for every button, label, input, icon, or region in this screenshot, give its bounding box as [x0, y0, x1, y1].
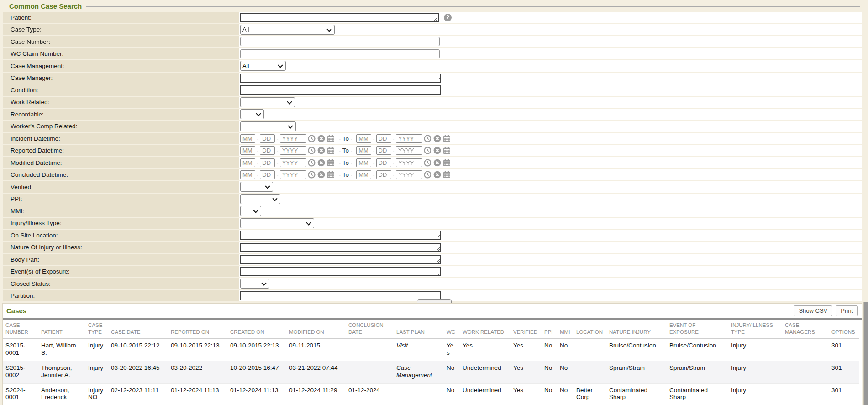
concluded_datetime-to-month-input[interactable]	[356, 170, 371, 179]
cell-ppi: No	[542, 338, 557, 361]
concluded_datetime-to-day-input[interactable]	[376, 170, 391, 179]
cell-work_related: Undetermined	[460, 383, 510, 405]
calendar-icon[interactable]	[327, 147, 335, 154]
clear-icon[interactable]	[433, 159, 441, 167]
recordable-select[interactable]	[240, 109, 264, 119]
ppi-select[interactable]	[240, 194, 280, 204]
help-icon[interactable]: ?	[444, 14, 452, 21]
print-button[interactable]: Print	[836, 305, 858, 316]
case_type-field-area: All	[239, 24, 862, 36]
calendar-icon[interactable]	[327, 171, 335, 179]
clear-icon[interactable]	[317, 171, 325, 179]
body_part-field-area	[239, 254, 862, 265]
concluded_datetime-from-month-input[interactable]	[240, 170, 255, 179]
col-injury_illness_type: INJURY/ILLNESS TYPE	[728, 320, 782, 338]
reported_datetime-to-month-input[interactable]	[356, 146, 371, 155]
modified_datetime-from-month-input[interactable]	[240, 158, 255, 167]
work_related-select[interactable]	[240, 97, 295, 107]
work_related-select-wrap	[240, 97, 295, 107]
clock-icon[interactable]	[424, 159, 431, 167]
cell-ppi: No	[542, 361, 557, 383]
clock-icon[interactable]	[308, 147, 316, 154]
patient-field[interactable]	[240, 13, 439, 22]
clock-icon[interactable]	[308, 171, 316, 179]
cell-case_number: S2024-0001	[3, 383, 38, 405]
reported_datetime-to-year-input[interactable]	[396, 146, 422, 155]
modified_datetime-from-date-group: --	[240, 158, 335, 167]
cell-location	[573, 338, 606, 361]
case_number-field[interactable]	[240, 37, 440, 46]
modified_datetime-from-year-input[interactable]	[280, 158, 306, 167]
verified-select[interactable]	[240, 182, 273, 192]
calendar-icon[interactable]	[443, 147, 451, 154]
calendar-icon[interactable]	[443, 135, 451, 142]
closed_status-select[interactable]	[240, 279, 269, 289]
incident_datetime-to-year-input[interactable]	[396, 134, 422, 143]
clock-icon[interactable]	[308, 135, 316, 142]
reported_datetime-from-day-input[interactable]	[260, 146, 275, 155]
nature_of_injury-field[interactable]	[240, 243, 441, 252]
case_type-select[interactable]: All	[240, 25, 335, 35]
cell-case_date: 09-10-2015 22:12	[108, 338, 168, 361]
clear-icon[interactable]	[317, 135, 325, 142]
modified_datetime-to-year-input[interactable]	[396, 158, 422, 167]
modified_datetime-from-day-input[interactable]	[260, 158, 275, 167]
workers_comp_related-select[interactable]	[240, 121, 296, 131]
modified_datetime-to-month-input[interactable]	[356, 158, 371, 167]
incident_datetime-to-month-input[interactable]	[356, 134, 371, 143]
calendar-icon[interactable]	[327, 135, 335, 142]
cell-mmi: No	[557, 383, 573, 405]
calendar-icon[interactable]	[443, 159, 451, 167]
nature_of_injury-field-area	[239, 242, 862, 253]
concluded_datetime-from-day-input[interactable]	[260, 170, 275, 179]
calendar-icon[interactable]	[443, 171, 451, 179]
date-separator: -	[257, 135, 258, 142]
events_of_exposure-field[interactable]	[240, 267, 441, 276]
date-separator: -	[373, 171, 374, 178]
calendar-icon[interactable]	[327, 159, 335, 167]
clock-icon[interactable]	[424, 147, 431, 154]
cell-ppi: No	[542, 383, 557, 405]
cell-work_related: Yes	[460, 338, 510, 361]
workers_comp_related-label: Worker's Comp Related:	[3, 121, 239, 132]
incident_datetime-from-day-input[interactable]	[260, 134, 275, 143]
reported_datetime-from-year-input[interactable]	[280, 146, 306, 155]
cell-event_of_exposure: Sprain/Strain	[667, 361, 728, 383]
cell-injury_illness_type: Injury	[728, 361, 782, 383]
concluded_datetime-to-year-input[interactable]	[396, 170, 422, 179]
wc_claim_number-field[interactable]	[240, 49, 440, 58]
modified_datetime-to-day-input[interactable]	[376, 158, 391, 167]
concluded_datetime-from-year-input[interactable]	[280, 170, 306, 179]
clear-icon[interactable]	[317, 147, 325, 154]
body_part-field[interactable]	[240, 255, 441, 264]
mmi-select[interactable]	[240, 206, 261, 216]
on_site_location-field[interactable]	[240, 231, 441, 240]
case_manager-field[interactable]	[240, 74, 441, 83]
form-row-recordable: Recordable:	[3, 109, 862, 120]
date-separator: -	[257, 171, 258, 178]
case_management-select[interactable]: All	[240, 61, 286, 71]
clear-icon[interactable]	[433, 135, 441, 142]
show-csv-button[interactable]: Show CSV	[794, 305, 832, 316]
partition-field[interactable]	[240, 291, 441, 300]
clear-icon[interactable]	[433, 171, 441, 179]
incident_datetime-from-month-input[interactable]	[240, 134, 255, 143]
clock-icon[interactable]	[424, 135, 431, 142]
reported_datetime-from-month-input[interactable]	[240, 146, 255, 155]
form-row-on_site_location: On Site Location:	[3, 230, 862, 241]
injury_illness_type-select[interactable]	[240, 218, 314, 228]
clear-icon[interactable]	[317, 159, 325, 167]
incident_datetime-from-year-input[interactable]	[280, 134, 306, 143]
clock-icon[interactable]	[308, 159, 316, 167]
clock-icon[interactable]	[424, 171, 431, 179]
injury_illness_type-field-area	[239, 218, 862, 229]
form-legend-row: Common Case Search	[3, 1, 862, 11]
condition-field[interactable]	[240, 85, 441, 95]
cell-case_managers	[782, 338, 829, 361]
incident_datetime-to-day-input[interactable]	[376, 134, 391, 143]
reported_datetime-to-day-input[interactable]	[376, 146, 391, 155]
partition-label: Partition:	[3, 290, 239, 302]
closed_status-label: Closed Status:	[3, 278, 239, 289]
clear-icon[interactable]	[433, 147, 441, 154]
vertical-scrollbar[interactable]	[863, 302, 868, 405]
